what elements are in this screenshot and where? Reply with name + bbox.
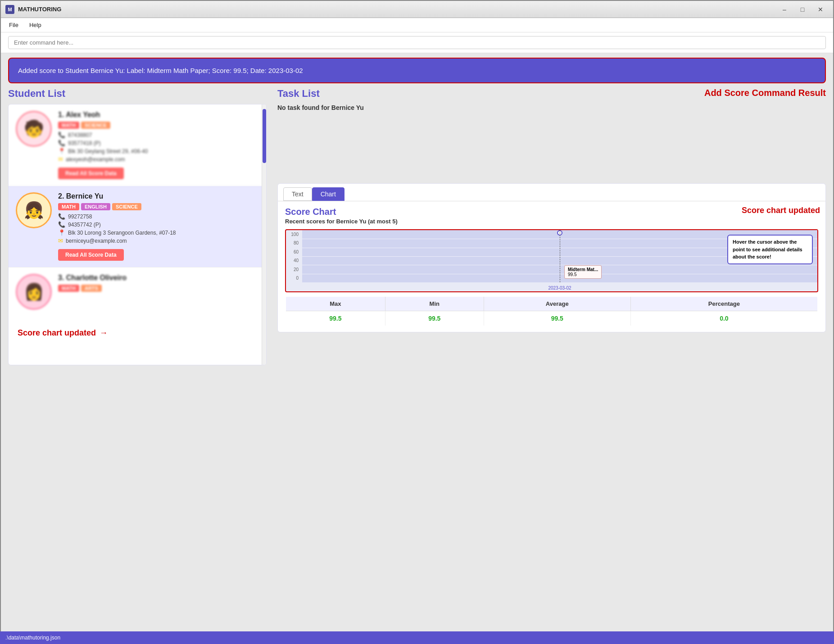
hover-hint-text: Hover the cursor above the point to see … xyxy=(733,239,802,259)
student-name-bernice: 2. Bernice Yu xyxy=(58,192,259,200)
dashed-vertical-line xyxy=(560,230,560,282)
notification-text: Added score to Student Bernice Yu: Label… xyxy=(18,67,303,74)
right-panel: Task List No task found for Bernice Yu A… xyxy=(274,88,826,606)
tooltip-value: 99.5 xyxy=(568,272,598,277)
status-bar: .\data\mathutoring.json xyxy=(0,631,834,644)
student-info-charlotte: 3. Charlotte Oliveiro MATH ARTS xyxy=(58,274,259,295)
val-max: 99.5 xyxy=(286,311,385,327)
email-bernice: ✉ berniceyu@example.com xyxy=(58,237,259,244)
y-label-40: 40 xyxy=(286,258,300,263)
score-section: Text Chart Score Chart Recent scores for… xyxy=(277,183,826,332)
left-panel: Student List 🧒 1. Alex Yeoh MATH SCIENCE… xyxy=(8,88,274,606)
val-percentage: 0.0 xyxy=(630,311,818,327)
close-button[interactable]: ✕ xyxy=(812,4,829,15)
main-content: Student List 🧒 1. Alex Yeoh MATH SCIENCE… xyxy=(1,88,833,606)
command-bar xyxy=(1,32,833,53)
phone2-icon-bernice: 📞 xyxy=(58,221,65,228)
menu-file[interactable]: File xyxy=(5,20,23,30)
phone2-icon-alex: 📞 xyxy=(58,140,65,146)
phone1-alex: 📞 87438807 xyxy=(58,132,259,138)
chart-area: 100 80 60 40 20 0 xyxy=(285,229,818,292)
tag-english-bernice: ENGLISH xyxy=(81,203,110,210)
email-icon-alex: ✉ xyxy=(58,156,63,163)
arrow-icon-left: → xyxy=(100,328,108,338)
score-chart-updated-annotation-left: Score chart updated → xyxy=(18,328,108,338)
student-name-alex: 1. Alex Yeoh xyxy=(58,111,259,119)
app-title: MATHUTORING xyxy=(18,6,61,13)
score-chart-title: Score Chart xyxy=(285,207,818,217)
tag-row-bernice: MATH ENGLISH SCIENCE xyxy=(58,203,259,210)
col-percentage: Percentage xyxy=(630,296,818,311)
no-task-text: No task found for Bernice Yu xyxy=(277,104,364,111)
view-btn-bernice[interactable]: Read All Score Data xyxy=(58,249,124,261)
address-bernice: 📍 Blk 30 Lorong 3 Serangoon Gardens, #07… xyxy=(58,229,259,236)
tag-arts-charlotte: ARTS xyxy=(81,285,102,292)
address-alex: 📍 Blk 30 Geylang Street 29, #06-40 xyxy=(58,148,259,154)
add-score-label: Add Score Command Result xyxy=(704,88,826,98)
notification-box: Added score to Student Bernice Yu: Label… xyxy=(8,58,826,83)
view-btn-alex[interactable]: Read All Score Data xyxy=(58,168,124,179)
address-icon-bernice: 📍 xyxy=(58,229,65,236)
title-bar: M MATHUTORING – □ ✕ xyxy=(1,1,833,18)
phone2-alex: 📞 93577418 (P) xyxy=(58,140,259,146)
tag-math-charlotte: MATH xyxy=(58,285,79,292)
chart-x-label: 2023-03-02 xyxy=(548,286,571,290)
phone2-bernice: 📞 94357742 (P) xyxy=(58,221,259,228)
chart-y-axis: 100 80 60 40 20 0 xyxy=(286,230,302,282)
email-icon-bernice: ✉ xyxy=(58,237,63,244)
col-min: Min xyxy=(385,296,484,311)
window-controls: – □ ✕ xyxy=(776,4,829,15)
phone-icon-bernice: 📞 xyxy=(58,213,65,220)
app-title-section: M MATHUTORING xyxy=(5,5,61,14)
tag-math-bernice: MATH xyxy=(58,203,79,210)
chart-score-tooltip: Midterm Mat... 99.5 xyxy=(564,265,602,279)
scrollbar-track xyxy=(262,104,266,365)
student-list-container: 🧒 1. Alex Yeoh MATH SCIENCE 📞 87438807 � xyxy=(8,104,267,365)
hover-hint-bubble: Hover the cursor above the point to see … xyxy=(727,235,813,264)
col-average: Average xyxy=(484,296,630,311)
avatar-bernice: 👧 xyxy=(16,192,52,228)
right-top: Task List No task found for Bernice Yu A… xyxy=(277,88,826,111)
avatar-charlotte: 👩 xyxy=(16,274,52,310)
scrollbar-thumb[interactable] xyxy=(263,109,266,163)
tag-math-alex: MATH xyxy=(58,122,79,129)
score-chart-updated-left-label: Score chart updated xyxy=(18,328,96,338)
y-label-0: 0 xyxy=(286,276,300,281)
student-card-alex[interactable]: 🧒 1. Alex Yeoh MATH SCIENCE 📞 87438807 � xyxy=(9,104,266,186)
student-name-charlotte: 3. Charlotte Oliveiro xyxy=(58,274,259,282)
task-list-title: Task List xyxy=(277,88,364,100)
phone-icon-alex: 📞 xyxy=(58,132,65,138)
score-content: Score Chart Recent scores for Bernice Yu… xyxy=(278,201,825,332)
tab-bar: Text Chart xyxy=(278,184,825,201)
menu-bar: File Help xyxy=(1,18,833,32)
student-card-charlotte[interactable]: 👩 3. Charlotte Oliveiro MATH ARTS xyxy=(9,268,266,316)
maximize-button[interactable]: □ xyxy=(794,4,811,15)
tag-science-bernice: SCIENCE xyxy=(112,203,141,210)
student-info-bernice: 2. Bernice Yu MATH ENGLISH SCIENCE 📞 992… xyxy=(58,192,259,261)
tag-row-alex: MATH SCIENCE xyxy=(58,122,259,129)
student-info-alex: 1. Alex Yeoh MATH SCIENCE 📞 87438807 📞 9… xyxy=(58,111,259,179)
app-icon: M xyxy=(5,5,14,14)
student-card-bernice[interactable]: 👧 2. Bernice Yu MATH ENGLISH SCIENCE 📞 9… xyxy=(9,186,266,268)
command-input[interactable] xyxy=(8,36,826,49)
tooltip-label: Midterm Mat... xyxy=(568,267,598,272)
tab-chart[interactable]: Chart xyxy=(312,187,344,201)
stats-table: Max Min Average Percentage 99.5 99.5 99.… xyxy=(285,296,818,327)
add-score-label-section: Add Score Command Result xyxy=(704,88,826,98)
menu-help[interactable]: Help xyxy=(25,20,46,30)
y-label-60: 60 xyxy=(286,249,300,254)
y-label-80: 80 xyxy=(286,240,300,245)
score-chart-subtitle: Recent scores for Bernice Yu (at most 5) xyxy=(285,218,818,225)
score-chart-updated-right: Score chart updated xyxy=(742,206,820,215)
task-list-section: Task List No task found for Bernice Yu xyxy=(277,88,364,111)
y-label-20: 20 xyxy=(286,267,300,272)
tab-text[interactable]: Text xyxy=(283,187,312,201)
tag-science-alex: SCIENCE xyxy=(81,122,110,129)
minimize-button[interactable]: – xyxy=(776,4,793,15)
avatar-alex: 🧒 xyxy=(16,111,52,147)
y-label-100: 100 xyxy=(286,232,300,237)
val-average: 99.5 xyxy=(484,311,630,327)
address-icon-alex: 📍 xyxy=(58,148,65,154)
phone1-bernice: 📞 99272758 xyxy=(58,213,259,220)
email-alex: ✉ alexyeoh@example.com xyxy=(58,156,259,163)
